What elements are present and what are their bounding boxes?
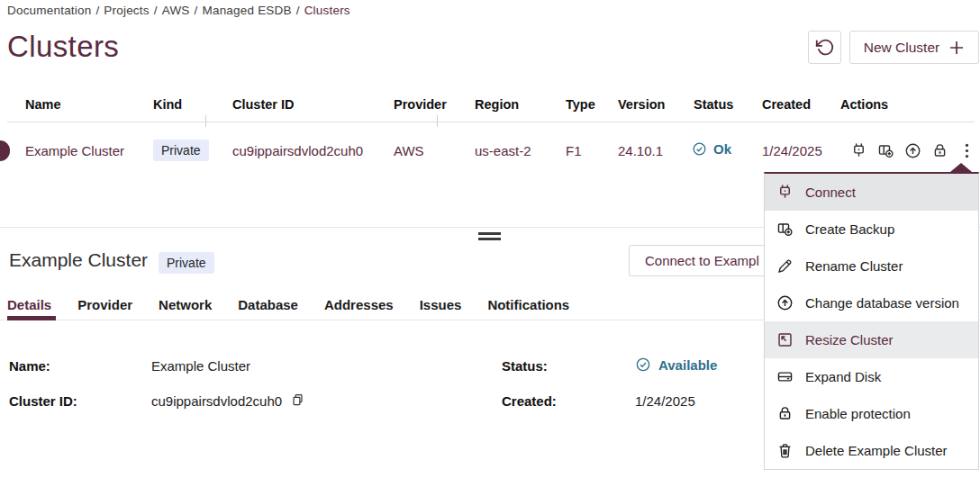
cluster-id-cell: cu9ippairsdvlod2cuh0 (232, 143, 363, 158)
detail-tabs: Details Provider Network Database Addres… (7, 297, 569, 312)
table-header-divider (7, 122, 975, 122)
column-header-kind: Kind (153, 97, 182, 112)
created-field-label: Created: (502, 393, 557, 409)
status-field-value: Available (635, 356, 717, 373)
panel-resize-handle[interactable] (478, 232, 501, 243)
column-header-created: Created (762, 97, 811, 112)
menu-item-label: Delete Example Cluster (805, 443, 948, 458)
change-version-action-icon[interactable] (904, 142, 921, 159)
tab-notifications[interactable]: Notifications (487, 297, 569, 312)
breadcrumb-link-projects[interactable]: Projects (104, 4, 149, 17)
breadcrumb-link-managed-esdb[interactable]: Managed ESDB (203, 4, 292, 17)
menu-item-enable-protection[interactable]: Enable protection (765, 395, 978, 432)
active-tab-underline (7, 316, 56, 320)
resize-icon (776, 331, 794, 348)
row-selected-marker (0, 140, 10, 161)
status-cell: Ok (692, 141, 731, 157)
cluster-id-text: cu9ippairsdvlod2cuh0 (151, 393, 282, 409)
type-cell: F1 (566, 143, 582, 158)
refresh-button[interactable] (808, 31, 841, 64)
version-cell: 24.10.1 (618, 143, 663, 158)
menu-item-label: Expand Disk (805, 369, 881, 384)
create-backup-action-icon[interactable] (877, 142, 894, 159)
status-text: Available (658, 357, 717, 373)
breadcrumb-current: Clusters (304, 4, 350, 17)
tab-issues[interactable]: Issues (420, 297, 462, 312)
copy-icon[interactable] (290, 392, 305, 408)
column-header-name: Name (25, 97, 61, 112)
lock-action-icon[interactable] (931, 142, 948, 159)
menu-item-expand-disk[interactable]: Expand Disk (765, 358, 978, 395)
new-cluster-button[interactable]: New Cluster (849, 31, 979, 64)
connect-to-cluster-button[interactable]: Connect to Exampl (629, 245, 784, 276)
breadcrumb-link-aws[interactable]: AWS (162, 4, 190, 17)
name-field-value: Example Cluster (151, 358, 250, 374)
menu-item-label: Resize Cluster (805, 332, 894, 347)
breadcrumb: Documentation/Projects/AWS/Managed ESDB/… (7, 4, 350, 17)
cluster-name-link[interactable]: Example Cluster (25, 143, 124, 158)
column-header-region: Region (475, 97, 519, 112)
column-header-cluster-id: Cluster ID (232, 97, 295, 112)
arrow-up-circle-icon (776, 294, 794, 311)
breadcrumb-separator: / (296, 4, 300, 17)
cluster-id-field-label: Cluster ID: (9, 393, 77, 409)
breadcrumb-link-documentation[interactable]: Documentation (7, 4, 91, 17)
menu-item-label: Connect (805, 185, 856, 200)
breadcrumb-separator: / (154, 4, 158, 17)
tab-addresses[interactable]: Addresses (324, 297, 394, 312)
check-circle-icon (635, 356, 651, 373)
column-divider (437, 115, 438, 127)
menu-item-delete-cluster[interactable]: Delete Example Cluster (765, 432, 978, 469)
menu-item-resize-cluster[interactable]: Resize Cluster (765, 321, 978, 358)
kebab-menu-icon[interactable] (958, 142, 975, 159)
trash-icon (776, 442, 794, 459)
tab-network[interactable]: Network (159, 297, 212, 312)
breadcrumb-separator: / (195, 4, 198, 17)
disk-icon (776, 368, 794, 385)
menu-item-connect[interactable]: Connect (765, 174, 978, 211)
menu-item-label: Change database version (805, 295, 959, 311)
clusters-page: Documentation/Projects/AWS/Managed ESDB/… (0, 0, 980, 478)
plus-icon (948, 40, 965, 56)
status-text: Ok (713, 141, 731, 157)
check-circle-icon (692, 141, 707, 157)
pencil-icon (776, 257, 794, 275)
tab-database[interactable]: Database (238, 297, 298, 312)
menu-item-change-database-version[interactable]: Change database version (765, 284, 978, 321)
new-cluster-label: New Cluster (864, 40, 939, 56)
status-field-label: Status: (502, 358, 548, 374)
column-header-provider: Provider (394, 97, 447, 112)
created-field-value: 1/24/2025 (635, 393, 695, 409)
column-header-type: Type (566, 97, 595, 112)
column-header-actions: Actions (840, 97, 888, 112)
menu-item-label: Enable protection (805, 406, 911, 421)
column-divider (205, 115, 206, 127)
provider-cell: AWS (394, 143, 424, 158)
menu-item-label: Rename Cluster (805, 258, 903, 274)
column-header-version: Version (618, 97, 665, 112)
menu-item-create-backup[interactable]: Create Backup (765, 211, 978, 248)
backup-icon (776, 221, 794, 238)
page-title: Clusters (7, 30, 119, 64)
breadcrumb-separator: / (95, 4, 99, 17)
connect-action-icon[interactable] (850, 142, 867, 159)
cluster-id-field-value: cu9ippairsdvlod2cuh0 (151, 393, 305, 409)
plug-icon (776, 184, 794, 201)
refresh-icon (815, 38, 834, 57)
cluster-detail-title: Example Cluster (9, 249, 148, 271)
actions-dropdown-menu: Connect Create Backup Rename Cluster (764, 172, 979, 470)
tab-details[interactable]: Details (7, 297, 51, 312)
lock-icon (776, 405, 794, 422)
kind-badge: Private (153, 140, 209, 161)
column-header-status: Status (694, 97, 733, 112)
menu-item-label: Create Backup (805, 221, 894, 237)
region-cell: us-east-2 (475, 143, 531, 158)
name-field-label: Name: (9, 358, 50, 374)
detail-kind-badge: Private (159, 252, 214, 274)
menu-pointer-arrow (950, 163, 972, 172)
row-actions (850, 142, 975, 159)
tab-provider[interactable]: Provider (77, 297, 132, 312)
created-cell: 1/24/2025 (762, 143, 822, 158)
menu-item-rename-cluster[interactable]: Rename Cluster (765, 248, 978, 284)
